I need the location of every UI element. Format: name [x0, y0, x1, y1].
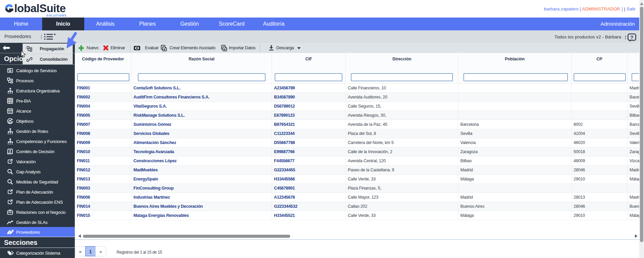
svg-text:lobalSuite: lobalSuite — [14, 2, 66, 15]
svg-text:SOLUTIONS: SOLUTIONS — [47, 14, 67, 17]
svg-text:?: ? — [631, 35, 634, 40]
